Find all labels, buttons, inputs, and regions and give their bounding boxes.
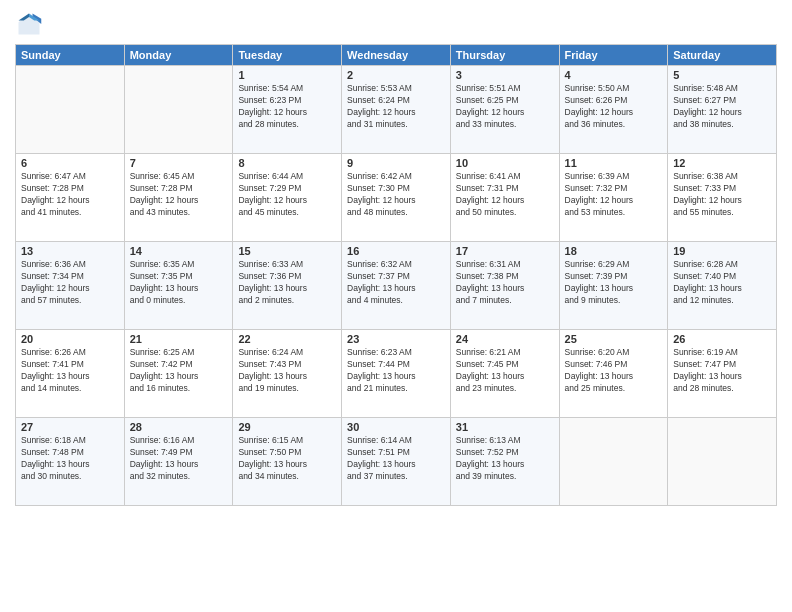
- day-header-thursday: Thursday: [450, 45, 559, 66]
- day-info: Sunrise: 6:42 AM Sunset: 7:30 PM Dayligh…: [347, 171, 445, 219]
- day-number: 6: [21, 157, 119, 169]
- day-info: Sunrise: 6:24 AM Sunset: 7:43 PM Dayligh…: [238, 347, 336, 395]
- calendar-cell: 27Sunrise: 6:18 AM Sunset: 7:48 PM Dayli…: [16, 418, 125, 506]
- calendar-cell: 6Sunrise: 6:47 AM Sunset: 7:28 PM Daylig…: [16, 154, 125, 242]
- day-info: Sunrise: 6:32 AM Sunset: 7:37 PM Dayligh…: [347, 259, 445, 307]
- day-info: Sunrise: 6:36 AM Sunset: 7:34 PM Dayligh…: [21, 259, 119, 307]
- day-info: Sunrise: 5:53 AM Sunset: 6:24 PM Dayligh…: [347, 83, 445, 131]
- day-number: 4: [565, 69, 663, 81]
- day-number: 18: [565, 245, 663, 257]
- header-row: [15, 10, 777, 38]
- calendar-cell: 30Sunrise: 6:14 AM Sunset: 7:51 PM Dayli…: [342, 418, 451, 506]
- day-number: 21: [130, 333, 228, 345]
- day-number: 13: [21, 245, 119, 257]
- day-info: Sunrise: 6:25 AM Sunset: 7:42 PM Dayligh…: [130, 347, 228, 395]
- calendar-cell: 13Sunrise: 6:36 AM Sunset: 7:34 PM Dayli…: [16, 242, 125, 330]
- week-row-0: 1Sunrise: 5:54 AM Sunset: 6:23 PM Daylig…: [16, 66, 777, 154]
- day-header-monday: Monday: [124, 45, 233, 66]
- calendar-cell: 4Sunrise: 5:50 AM Sunset: 6:26 PM Daylig…: [559, 66, 668, 154]
- day-number: 15: [238, 245, 336, 257]
- day-info: Sunrise: 6:20 AM Sunset: 7:46 PM Dayligh…: [565, 347, 663, 395]
- day-number: 20: [21, 333, 119, 345]
- day-number: 1: [238, 69, 336, 81]
- day-header-tuesday: Tuesday: [233, 45, 342, 66]
- day-info: Sunrise: 5:54 AM Sunset: 6:23 PM Dayligh…: [238, 83, 336, 131]
- day-number: 12: [673, 157, 771, 169]
- day-number: 29: [238, 421, 336, 433]
- day-info: Sunrise: 6:35 AM Sunset: 7:35 PM Dayligh…: [130, 259, 228, 307]
- day-header-wednesday: Wednesday: [342, 45, 451, 66]
- calendar-cell: [668, 418, 777, 506]
- week-row-3: 20Sunrise: 6:26 AM Sunset: 7:41 PM Dayli…: [16, 330, 777, 418]
- day-info: Sunrise: 6:13 AM Sunset: 7:52 PM Dayligh…: [456, 435, 554, 483]
- calendar-cell: 5Sunrise: 5:48 AM Sunset: 6:27 PM Daylig…: [668, 66, 777, 154]
- calendar-cell: 24Sunrise: 6:21 AM Sunset: 7:45 PM Dayli…: [450, 330, 559, 418]
- calendar-cell: 7Sunrise: 6:45 AM Sunset: 7:28 PM Daylig…: [124, 154, 233, 242]
- calendar-cell: 18Sunrise: 6:29 AM Sunset: 7:39 PM Dayli…: [559, 242, 668, 330]
- calendar-cell: 20Sunrise: 6:26 AM Sunset: 7:41 PM Dayli…: [16, 330, 125, 418]
- day-info: Sunrise: 5:48 AM Sunset: 6:27 PM Dayligh…: [673, 83, 771, 131]
- day-number: 28: [130, 421, 228, 433]
- day-info: Sunrise: 5:50 AM Sunset: 6:26 PM Dayligh…: [565, 83, 663, 131]
- day-info: Sunrise: 6:16 AM Sunset: 7:49 PM Dayligh…: [130, 435, 228, 483]
- day-number: 2: [347, 69, 445, 81]
- day-number: 27: [21, 421, 119, 433]
- day-number: 5: [673, 69, 771, 81]
- day-info: Sunrise: 6:45 AM Sunset: 7:28 PM Dayligh…: [130, 171, 228, 219]
- day-number: 19: [673, 245, 771, 257]
- day-header-sunday: Sunday: [16, 45, 125, 66]
- week-row-4: 27Sunrise: 6:18 AM Sunset: 7:48 PM Dayli…: [16, 418, 777, 506]
- days-header-row: SundayMondayTuesdayWednesdayThursdayFrid…: [16, 45, 777, 66]
- week-row-2: 13Sunrise: 6:36 AM Sunset: 7:34 PM Dayli…: [16, 242, 777, 330]
- calendar-cell: 29Sunrise: 6:15 AM Sunset: 7:50 PM Dayli…: [233, 418, 342, 506]
- day-info: Sunrise: 6:41 AM Sunset: 7:31 PM Dayligh…: [456, 171, 554, 219]
- day-number: 24: [456, 333, 554, 345]
- day-number: 10: [456, 157, 554, 169]
- calendar-cell: 2Sunrise: 5:53 AM Sunset: 6:24 PM Daylig…: [342, 66, 451, 154]
- page: SundayMondayTuesdayWednesdayThursdayFrid…: [0, 0, 792, 612]
- week-row-1: 6Sunrise: 6:47 AM Sunset: 7:28 PM Daylig…: [16, 154, 777, 242]
- calendar-cell: 12Sunrise: 6:38 AM Sunset: 7:33 PM Dayli…: [668, 154, 777, 242]
- calendar-cell: [559, 418, 668, 506]
- day-info: Sunrise: 6:14 AM Sunset: 7:51 PM Dayligh…: [347, 435, 445, 483]
- day-info: Sunrise: 6:47 AM Sunset: 7:28 PM Dayligh…: [21, 171, 119, 219]
- day-number: 11: [565, 157, 663, 169]
- day-header-saturday: Saturday: [668, 45, 777, 66]
- day-info: Sunrise: 6:31 AM Sunset: 7:38 PM Dayligh…: [456, 259, 554, 307]
- day-number: 23: [347, 333, 445, 345]
- day-number: 25: [565, 333, 663, 345]
- calendar-cell: [16, 66, 125, 154]
- calendar-table: SundayMondayTuesdayWednesdayThursdayFrid…: [15, 44, 777, 506]
- calendar-cell: 14Sunrise: 6:35 AM Sunset: 7:35 PM Dayli…: [124, 242, 233, 330]
- day-info: Sunrise: 6:38 AM Sunset: 7:33 PM Dayligh…: [673, 171, 771, 219]
- day-info: Sunrise: 6:33 AM Sunset: 7:36 PM Dayligh…: [238, 259, 336, 307]
- day-number: 3: [456, 69, 554, 81]
- day-number: 30: [347, 421, 445, 433]
- day-header-friday: Friday: [559, 45, 668, 66]
- calendar-cell: 10Sunrise: 6:41 AM Sunset: 7:31 PM Dayli…: [450, 154, 559, 242]
- day-number: 22: [238, 333, 336, 345]
- day-info: Sunrise: 6:29 AM Sunset: 7:39 PM Dayligh…: [565, 259, 663, 307]
- calendar-cell: 11Sunrise: 6:39 AM Sunset: 7:32 PM Dayli…: [559, 154, 668, 242]
- day-info: Sunrise: 6:23 AM Sunset: 7:44 PM Dayligh…: [347, 347, 445, 395]
- day-number: 16: [347, 245, 445, 257]
- day-number: 26: [673, 333, 771, 345]
- calendar-cell: 8Sunrise: 6:44 AM Sunset: 7:29 PM Daylig…: [233, 154, 342, 242]
- day-number: 8: [238, 157, 336, 169]
- calendar-cell: 3Sunrise: 5:51 AM Sunset: 6:25 PM Daylig…: [450, 66, 559, 154]
- day-info: Sunrise: 6:39 AM Sunset: 7:32 PM Dayligh…: [565, 171, 663, 219]
- calendar-cell: 16Sunrise: 6:32 AM Sunset: 7:37 PM Dayli…: [342, 242, 451, 330]
- calendar-cell: 17Sunrise: 6:31 AM Sunset: 7:38 PM Dayli…: [450, 242, 559, 330]
- day-info: Sunrise: 5:51 AM Sunset: 6:25 PM Dayligh…: [456, 83, 554, 131]
- day-info: Sunrise: 6:28 AM Sunset: 7:40 PM Dayligh…: [673, 259, 771, 307]
- day-info: Sunrise: 6:15 AM Sunset: 7:50 PM Dayligh…: [238, 435, 336, 483]
- day-info: Sunrise: 6:21 AM Sunset: 7:45 PM Dayligh…: [456, 347, 554, 395]
- calendar-cell: 15Sunrise: 6:33 AM Sunset: 7:36 PM Dayli…: [233, 242, 342, 330]
- calendar-cell: 19Sunrise: 6:28 AM Sunset: 7:40 PM Dayli…: [668, 242, 777, 330]
- calendar-cell: 23Sunrise: 6:23 AM Sunset: 7:44 PM Dayli…: [342, 330, 451, 418]
- calendar-cell: 26Sunrise: 6:19 AM Sunset: 7:47 PM Dayli…: [668, 330, 777, 418]
- day-number: 31: [456, 421, 554, 433]
- logo-icon: [15, 10, 43, 38]
- calendar-cell: 21Sunrise: 6:25 AM Sunset: 7:42 PM Dayli…: [124, 330, 233, 418]
- day-info: Sunrise: 6:26 AM Sunset: 7:41 PM Dayligh…: [21, 347, 119, 395]
